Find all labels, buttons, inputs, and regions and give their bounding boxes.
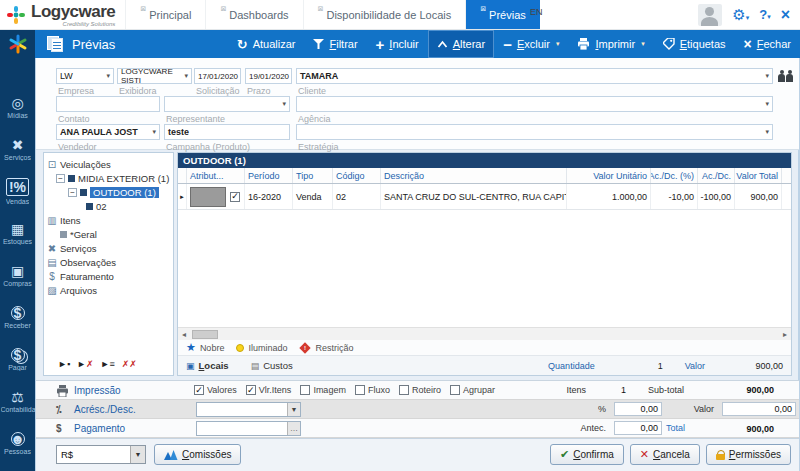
tab-locais[interactable]: ▣ Locais	[186, 360, 229, 371]
filter-button[interactable]: Filtrar	[304, 30, 366, 58]
tree-item-midia-exterior[interactable]: − MIDIA EXTERIOR (1)	[46, 171, 171, 185]
sidebar-item-receber[interactable]: $ Receber	[0, 296, 35, 338]
delete-all-icon[interactable]: ✗✗	[122, 359, 137, 369]
tree-item-veiculacoes[interactable]: ⊡ Veiculações	[46, 157, 171, 171]
sidebar-item-contabilidade[interactable]: ⚖ Contabilidade	[0, 380, 35, 422]
cell-descricao[interactable]: SANTA CRUZ DO SUL-CENTRO, RUA CAPITÃO FE…	[381, 184, 567, 209]
comissoes-button[interactable]: Comissões	[154, 444, 241, 465]
column-header-acdc-pct[interactable]: Ac./Dc. (%)	[651, 168, 698, 183]
horizontal-scrollbar[interactable]: ◂ ▸	[178, 327, 791, 340]
checkbox-icon[interactable]	[399, 385, 409, 395]
list-node-icon[interactable]: ►≡	[101, 359, 115, 369]
confirm-button[interactable]: ✔ Confirma	[550, 444, 624, 465]
acresc-desc-select[interactable]: ▼	[196, 402, 301, 417]
collapse-icon[interactable]: −	[56, 174, 65, 183]
cell-acdc-pct[interactable]: -10,00	[651, 184, 698, 209]
tab-custos[interactable]: ▤ Custos	[251, 360, 293, 371]
cancel-button[interactable]: ✕ Cancela	[630, 444, 700, 465]
pct-input[interactable]: 0,00	[614, 402, 662, 416]
print-button[interactable]: Imprimir ▾	[568, 30, 653, 58]
cell-periodo[interactable]: 16-2020	[245, 184, 293, 209]
scroll-right-icon[interactable]: ▸	[779, 330, 791, 339]
close-app-icon[interactable]: ×	[781, 7, 790, 23]
tree-item-geral[interactable]: *Geral	[46, 227, 171, 241]
solicitacao-date-input[interactable]: 17/01/2020	[194, 68, 241, 84]
sidebar-item-vendas[interactable]: !% Vendas	[0, 170, 35, 212]
tree-item-faturamento[interactable]: $ Faturamento	[46, 269, 171, 283]
column-header-tipo[interactable]: Tipo	[293, 168, 333, 183]
antec-input[interactable]: 0,00	[614, 421, 662, 435]
collapse-icon[interactable]: −	[68, 188, 77, 197]
move-node-icon[interactable]: ►▪	[58, 359, 70, 369]
scroll-left-icon[interactable]: ◂	[178, 330, 190, 339]
language-indicator[interactable]: EN	[530, 7, 543, 17]
exibidora-select[interactable]: LOGYCWARE SISTI▾	[117, 68, 192, 84]
column-header-valor-total[interactable]: Valor Total	[735, 168, 782, 183]
agencia-select[interactable]: ▾	[296, 96, 773, 112]
nav-tab-principal[interactable]: ⊠ Principal	[125, 0, 205, 29]
sidebar-item-pessoas[interactable]: ☻ Pessoas	[0, 422, 35, 464]
checkbox-fluxo[interactable]: Fluxo	[355, 385, 390, 395]
column-header-descricao[interactable]: Descrição	[381, 168, 567, 183]
checkbox-icon[interactable]	[300, 385, 310, 395]
add-button[interactable]: + Incluir	[367, 30, 428, 58]
campanha-input[interactable]: teste	[164, 124, 290, 140]
tree-item-02[interactable]: 02	[46, 199, 171, 213]
checkbox-icon[interactable]	[246, 385, 256, 395]
tree-item-servicos[interactable]: ✖ Serviços	[46, 241, 171, 255]
help-menu[interactable]: ?▾	[759, 7, 770, 22]
tree-item-arquivos[interactable]: ▨ Arquivos	[46, 283, 171, 297]
nav-tab-disponibilidade[interactable]: ⊠ Disponibilidade de Locais	[303, 0, 466, 29]
remove-node-icon[interactable]: ►✗	[77, 359, 93, 369]
scrollbar-thumb[interactable]	[192, 330, 218, 339]
cell-valor-unitario[interactable]: 1.000,00	[567, 184, 651, 209]
tree-item-observacoes[interactable]: ▤ Observações	[46, 255, 171, 269]
checkbox-roteiro[interactable]: Roteiro	[399, 385, 441, 395]
checkbox-imagem[interactable]: Imagem	[300, 385, 346, 395]
checkbox-agrupar[interactable]: Agrupar	[450, 385, 495, 395]
tree-item-outdoor[interactable]: − OUTDOOR (1)	[46, 185, 171, 199]
cell-tipo[interactable]: Venda	[293, 184, 333, 209]
tree-item-itens[interactable]: ▥ Itens	[46, 213, 171, 227]
cliente-select[interactable]: TAMARA▾	[296, 68, 773, 84]
vendedor-select[interactable]: ANA PAULA JOST▾	[56, 124, 160, 140]
sidebar-item-estoques[interactable]: ▦ Estoques	[0, 212, 35, 254]
checkbox-icon[interactable]	[355, 385, 365, 395]
edit-button[interactable]: Alterar	[428, 30, 494, 58]
column-header-codigo[interactable]: Código	[333, 168, 381, 183]
close-window-button[interactable]: × Fechar	[735, 30, 800, 58]
grid-row[interactable]: ► 16-2020 Venda 02 SANTA CRUZ DO SUL-CEN…	[178, 184, 791, 210]
permissions-button[interactable]: Permissões	[706, 444, 791, 465]
cell-codigo[interactable]: 02	[333, 184, 381, 209]
cell-acdc[interactable]: -100,00	[698, 184, 735, 209]
column-header-atributos[interactable]: Atribut...	[187, 168, 245, 183]
checkbox-icon[interactable]	[194, 385, 204, 395]
checkbox-valores[interactable]: Valores	[194, 385, 237, 395]
sidebar-item-compras[interactable]: ▣ Compras	[0, 254, 35, 296]
currency-select[interactable]: R$ ▼	[56, 445, 146, 464]
empresa-select[interactable]: LW▾	[56, 68, 114, 84]
sidebar-item-midias[interactable]: ◎ Mídias	[0, 86, 35, 128]
estrategia-select[interactable]: ▾	[296, 124, 773, 140]
ellipsis-icon[interactable]: …	[287, 422, 300, 435]
column-header-valor-unitario[interactable]: Valor Unitário	[567, 168, 651, 183]
checkbox-icon[interactable]	[450, 385, 460, 395]
contato-input[interactable]	[56, 96, 160, 112]
delete-button[interactable]: − Excluir ▾	[494, 30, 568, 58]
user-avatar[interactable]	[698, 4, 722, 26]
prazo-date-input[interactable]: 19/01/2020	[245, 68, 292, 84]
checkbox-vlr-itens[interactable]: Vlr.Itens	[246, 385, 292, 395]
refresh-button[interactable]: ↻ Atualizar	[228, 30, 305, 58]
settings-menu[interactable]: ⚙▾	[732, 7, 749, 22]
chevron-down-icon[interactable]: ▼	[287, 403, 300, 416]
nav-tab-previas[interactable]: ⊠ Prévias	[465, 0, 540, 29]
representante-select[interactable]: ▾	[164, 96, 290, 112]
column-header-acdc[interactable]: Ac./Dc.	[698, 168, 735, 183]
sidebar-item-servicos[interactable]: ✖ Serviços	[0, 128, 35, 170]
sidebar-item-pagar[interactable]: $ Pagar	[0, 338, 35, 380]
clients-people-icon[interactable]	[778, 70, 794, 82]
labels-button[interactable]: Etiquetas	[654, 30, 735, 58]
column-header-periodo[interactable]: Período	[245, 168, 293, 183]
valor-desc-input[interactable]: 0,00	[722, 402, 796, 416]
row-checkbox[interactable]	[230, 192, 240, 202]
